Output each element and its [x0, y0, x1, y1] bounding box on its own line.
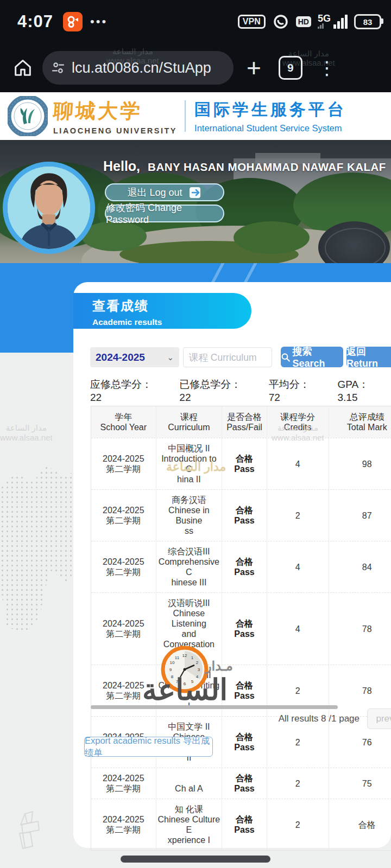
phone-screen: 4:07 ••• VPN HD 5G [0, 0, 391, 868]
link-icon [272, 13, 289, 30]
pass-fail-cell: 合格 Pass [222, 717, 267, 768]
svg-text:12: 12 [182, 653, 187, 658]
card-title-en: Academic results [92, 317, 251, 327]
logout-button[interactable]: 退出 Log out [105, 183, 224, 201]
hd-badge: HD [296, 16, 311, 27]
curriculum-cell: 综合汉语III Comprehensive C hinese III [156, 541, 223, 592]
svg-text:9: 9 [169, 667, 172, 672]
school-year-cell: 2024-2025 第二学期 [91, 490, 156, 541]
school-year-selected: 2024-2025 [96, 352, 145, 363]
platform-title-zh: 国际学生服务平台 [194, 99, 346, 121]
table-body: 2024-2025 第二学期中国概况 II Introduction to C … [91, 438, 391, 850]
school-year-cell: 2024-2025 第二学期 [91, 799, 156, 850]
search-button[interactable]: 搜索 Search [281, 347, 343, 367]
credits-cell: 4 [267, 438, 329, 489]
total-mark-cell: 合格 [329, 799, 391, 850]
greeting-label: Hello, [103, 158, 140, 174]
signal-icon: 5G [318, 15, 348, 29]
curriculum-cell: 知 化课 Chinese Culture E xperience I [156, 799, 223, 850]
change-password-button[interactable]: 修改密码 Change Password [105, 205, 224, 222]
table-row: 2024-2025 第二学期中国概况 II Introduction to C … [91, 438, 391, 489]
results-table: 学年 School Year课程 Curriculum是否合格 Pass/Fai… [91, 406, 391, 851]
credits-cell: 2 [267, 717, 329, 768]
world-map-dots [0, 465, 83, 634]
home-icon[interactable] [12, 57, 34, 79]
network-type: 5G [318, 15, 331, 22]
notification-dots: ••• [90, 15, 108, 29]
pass-fail-cell: 合格 Pass [222, 541, 267, 592]
platform-title: 国际学生服务平台 International Student Service S… [194, 99, 346, 133]
clock-time: 4:07 [17, 12, 53, 31]
summary-item: 已修总学分： 22 [179, 378, 254, 404]
search-label: 搜索 Search [293, 345, 343, 369]
university-seal-icon [8, 96, 48, 136]
curriculum-search-input[interactable]: 课程 Curriculum [183, 347, 272, 367]
total-mark-cell: 87 [329, 490, 391, 541]
university-name-en: LIAOCHENG UNIVERSITY [53, 126, 177, 135]
summary-item: 平均分： 72 [269, 378, 324, 404]
tune-icon[interactable] [51, 61, 65, 75]
search-icon [281, 352, 291, 362]
vpn-badge: VPN [238, 15, 266, 29]
column-header: 总评成绩 Total Mark [329, 406, 391, 438]
avatar [3, 162, 95, 254]
status-bar: 4:07 ••• VPN HD 5G [0, 0, 391, 43]
total-mark-cell: 78 [329, 593, 391, 665]
avatar-photo [8, 167, 90, 249]
curriculum-cell: 商务汉语 Chinese in Busine ss [156, 490, 223, 541]
svg-text:2: 2 [196, 660, 199, 665]
school-year-cell: 2024-2025 第二学期 [91, 593, 156, 665]
watermark-text: مدار الساعةwww.alsaa.net [282, 49, 335, 67]
svg-text:10: 10 [170, 660, 175, 665]
stripe [242, 263, 258, 285]
header-divider [185, 100, 186, 132]
svg-text:1: 1 [191, 655, 194, 660]
column-header: 学年 School Year [91, 406, 156, 438]
academic-results-card: 查看成绩 Academic results 2024-2025 ⌄ 课程 Cur… [73, 282, 391, 848]
return-button[interactable]: 返回 Return [346, 347, 391, 367]
camera-app-icon [63, 12, 83, 31]
watermark-small-word: مـدار [205, 659, 233, 674]
table-row: 2024-2025 第二学期知 化课 Chinese Culture E xpe… [91, 799, 391, 850]
university-header: 聊城大学 LIAOCHENG UNIVERSITY 国际学生服务平台 Inter… [0, 92, 391, 140]
curriculum-placeholder: 课程 Curriculum [189, 351, 256, 364]
student-name: BANY HASAN MOHAMMAD NAWAF KALAF [148, 161, 386, 174]
school-year-select[interactable]: 2024-2025 ⌄ [90, 347, 179, 367]
school-year-cell: 2024-2025 第二学期 [91, 768, 156, 799]
bush [234, 221, 310, 254]
sim2-signal-icon [318, 23, 331, 29]
table-row: 2024-2025 第二学期 Ch al A合格 Pass275 [91, 768, 391, 799]
university-name-zh: 聊城大学 [52, 98, 178, 125]
greeting-line: Hello, BANY HASAN MOHAMMAD NAWAF KALAF [103, 158, 386, 174]
summary-item: GPA： 3.15 [338, 378, 391, 404]
pass-fail-cell: 合格 Pass [222, 768, 267, 799]
logout-label: 退出 Log out [127, 186, 182, 199]
sim1-signal-icon [333, 15, 348, 29]
university-name: 聊城大学 LIAOCHENG UNIVERSITY [53, 98, 177, 135]
table-row: 2024-2025 第二学期汉语听说III Chinese Listening … [91, 592, 391, 665]
new-tab-button[interactable]: + [247, 55, 261, 80]
camera-app-glyph [66, 15, 79, 28]
watermark-text: مدار الساعةwww.alsaa.net [272, 423, 324, 443]
export-results-button[interactable]: Export academic results 导出成绩单 [84, 737, 213, 757]
card-title-zh: 查看成绩 [92, 297, 251, 315]
column-header: 课程 Curriculum [156, 406, 223, 438]
gesture-bar[interactable] [121, 856, 270, 863]
status-icons: VPN HD 5G 83 [238, 13, 381, 30]
platform-title-en: International Student Service System [194, 123, 346, 133]
total-mark-cell: 84 [329, 541, 391, 592]
svg-text:11: 11 [175, 655, 180, 660]
pass-fail-cell: 合格 Pass [222, 799, 267, 850]
results-table-wrapper[interactable]: 学年 School Year课程 Curriculum是否合格 Pass/Fai… [91, 406, 391, 851]
pass-fail-cell: 合格 Pass [222, 438, 267, 489]
watermark-text: مدار الساعةwww.alsaa.net [0, 423, 53, 443]
watermark-text-tan: مدار الساعة [166, 460, 226, 474]
credits-cell: 2 [267, 490, 329, 541]
hero-banner: Hello, BANY HASAN MOHAMMAD NAWAF KALAF 退… [0, 140, 391, 263]
pass-fail-cell: 合格 Pass [222, 593, 267, 665]
credit-summary: 应修总学分： 22已修总学分： 22平均分： 72GPA： 3.15 [90, 378, 391, 404]
watermark-big-word: الساعة [142, 673, 228, 707]
pass-fail-cell: 合格 Pass [222, 490, 267, 541]
school-year-cell: 2024-2025 第二学期 [91, 438, 156, 489]
prev-page-button[interactable]: prev [367, 709, 391, 729]
